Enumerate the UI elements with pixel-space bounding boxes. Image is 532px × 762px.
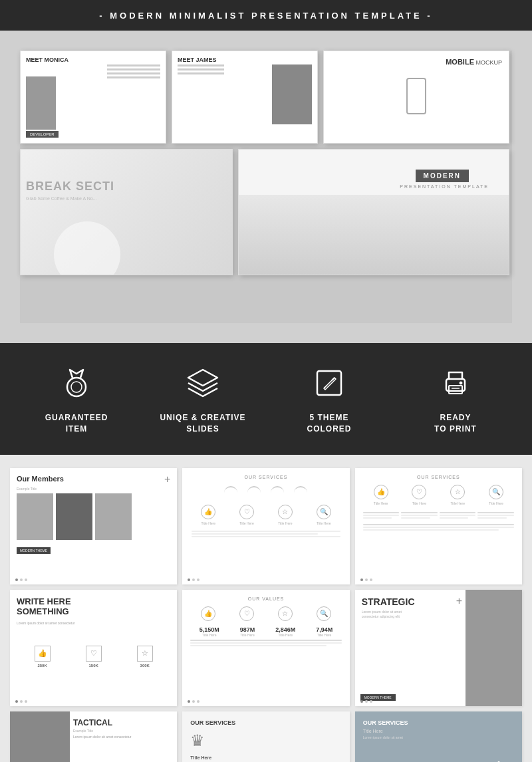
services1-title: OUR SERVICES	[189, 475, 342, 479]
val-label-4: Title Here	[317, 633, 332, 637]
title-here-1: Title Here	[201, 521, 215, 525]
star-icon-2: ☆	[450, 485, 465, 499]
val-box-3: 2,846M Title Here	[275, 626, 295, 637]
card-tactical[interactable]: TACTICAL Example Title Lorem ipsum dolor…	[10, 711, 177, 762]
guaranteed-label: GUARANTEEDITEM	[45, 412, 108, 435]
features-strip: GUARANTEEDITEM UNIQE & CREATIVESLIDES 5 …	[0, 343, 532, 455]
bottom-gallery: TACTICAL Example Title Lorem ipsum dolor…	[10, 711, 522, 762]
val-num-1: 5,150M	[200, 626, 219, 633]
dots-row-1	[15, 578, 27, 581]
edit-icon	[309, 363, 349, 403]
write-title: WRITE HERESOMETHING	[17, 596, 170, 617]
title-here-3: Title Here	[278, 521, 293, 525]
val-label-3: Title Here	[278, 633, 293, 637]
text-line	[192, 533, 318, 535]
service-icon-search: 🔍 Title Here	[317, 505, 331, 525]
val-circle-3: ☆	[278, 606, 293, 621]
values-title: OUR VALUES	[189, 596, 342, 601]
write-num-1: 250K	[37, 664, 47, 668]
dot	[360, 578, 363, 581]
dot	[192, 578, 195, 581]
val-box-2: 987M Title Here	[240, 626, 255, 637]
dot	[370, 578, 372, 581]
services-crown-inner: OUR SERVICES ♛ Title Here Lorem ipsum do…	[182, 711, 349, 762]
header-banner: - MODERN MINIMALIST PRESENTATION TEMPLAT…	[0, 0, 532, 31]
svg-line-5	[324, 386, 327, 388]
diamond-icon	[482, 759, 515, 762]
title-here-2: Title Here	[239, 521, 254, 525]
col3	[440, 511, 476, 520]
card-our-services-2[interactable]: OUR SERVICES 👍 Title Here ♡ Title Here ☆…	[355, 468, 522, 584]
slide-modern[interactable]: MODERN PRESENTATION TEMPLATE	[238, 149, 509, 275]
text-line	[477, 515, 514, 516]
val-label-1: Title Here	[202, 633, 217, 637]
slide-mobile-mockup[interactable]: MOBILE MOCKUP	[323, 51, 509, 144]
star-icon: ☆	[278, 505, 293, 519]
slide-break-section[interactable]: BREAK SECTI Grab Some Coffee & Make A No…	[20, 149, 233, 275]
member-photo-1	[17, 493, 53, 540]
text-line	[401, 515, 438, 516]
val-circle-4: 🔍	[317, 606, 331, 621]
text-line	[363, 515, 400, 516]
person-photo-monica	[26, 76, 56, 130]
write-icons-row: 👍 250K ♡ 150K ☆ 300K	[17, 646, 170, 668]
arch-4	[294, 486, 307, 499]
val-num-2: 987M	[240, 626, 255, 633]
feature-print: READYTO PRINT	[402, 363, 509, 435]
plus-icon: +	[164, 473, 170, 485]
card-strategic[interactable]: + STRATEGIC Lorem ipsum dolor sit amet c…	[355, 590, 522, 706]
services-diamond-title: OUR SERVICES	[363, 719, 514, 726]
card-services-diamond[interactable]: OUR SERVICES Title Here Lorem ipsum dolo…	[355, 711, 522, 762]
text-line	[190, 640, 341, 641]
arch-background	[239, 195, 509, 275]
arch-2	[247, 486, 261, 499]
text-line	[190, 642, 341, 644]
services2-icons: 👍 Title Here ♡ Title Here ☆ Title Here 🔍…	[362, 485, 515, 505]
arch-row	[189, 486, 342, 499]
write-subtext: Lorem ipsum dolor sit amet consectetur	[17, 621, 170, 626]
write-icon-star: ☆ 300K	[137, 646, 153, 668]
card-our-services-1[interactable]: OUR SERVICES 👍 Title Here ♡ Title Here	[182, 468, 349, 584]
service-icon-2-thumb: 👍 Title Here	[374, 485, 388, 505]
values-text	[189, 640, 342, 646]
service-icon-2-heart: ♡ Title Here	[412, 485, 426, 505]
feature-guaranteed: GUARANTEEDITEM	[23, 363, 130, 435]
developer-badge: DEVELOPER	[26, 131, 59, 138]
dot	[20, 578, 23, 581]
col-texts	[363, 511, 514, 520]
col4	[477, 511, 514, 520]
slide-meet-monica[interactable]: MEET MONICA DEVELOPER	[20, 51, 166, 144]
text-line	[363, 529, 499, 531]
layers-svg	[186, 366, 220, 400]
card-our-values[interactable]: OUR VALUES 👍 ♡ ☆ 🔍	[182, 590, 349, 706]
write-star-icon: ☆	[137, 646, 153, 662]
feature-unique: UNIQE & CREATIVESLIDES	[150, 363, 256, 435]
medal-icon	[57, 363, 96, 403]
title-here-6: Title Here	[412, 501, 427, 505]
text-line	[363, 517, 392, 519]
text-line	[477, 517, 507, 519]
tactical-photo	[10, 711, 70, 762]
dot	[188, 578, 190, 581]
tactical-text: Lorem ipsum dolor sit amet consectetur	[73, 735, 173, 739]
slide-meet-james[interactable]: MEET JAMES	[172, 51, 318, 144]
thumb-icon: 👍	[201, 505, 215, 519]
text-line	[363, 512, 400, 513]
card-write-here[interactable]: WRITE HERESOMETHING Lorem ipsum dolor si…	[10, 590, 177, 706]
dot	[365, 578, 368, 581]
dot	[365, 700, 368, 703]
values-icons: 👍 ♡ ☆ 🔍	[189, 606, 342, 621]
dot	[197, 700, 200, 703]
val-icon-2: ♡	[239, 606, 254, 621]
text-line	[401, 512, 438, 513]
service-icon-heart: ♡ Title Here	[239, 505, 254, 525]
card-our-members[interactable]: + Our Members Example Title MODERN THEME	[10, 468, 177, 584]
members-title: Our Members	[17, 475, 170, 483]
val-circle-1: 👍	[201, 606, 215, 621]
title-here-4: Title Here	[317, 521, 331, 525]
card-services-crown[interactable]: OUR SERVICES ♛ Title Here Lorem ipsum do…	[182, 711, 349, 762]
dots-row-6	[360, 700, 372, 703]
strategic-subtext: Lorem ipsum dolor sit amet consectetur a…	[362, 610, 412, 619]
slides-collage: MEET MONICA DEVELOPER MEET JAMES	[20, 51, 512, 323]
preview-section: MEET MONICA DEVELOPER MEET JAMES	[0, 31, 532, 343]
